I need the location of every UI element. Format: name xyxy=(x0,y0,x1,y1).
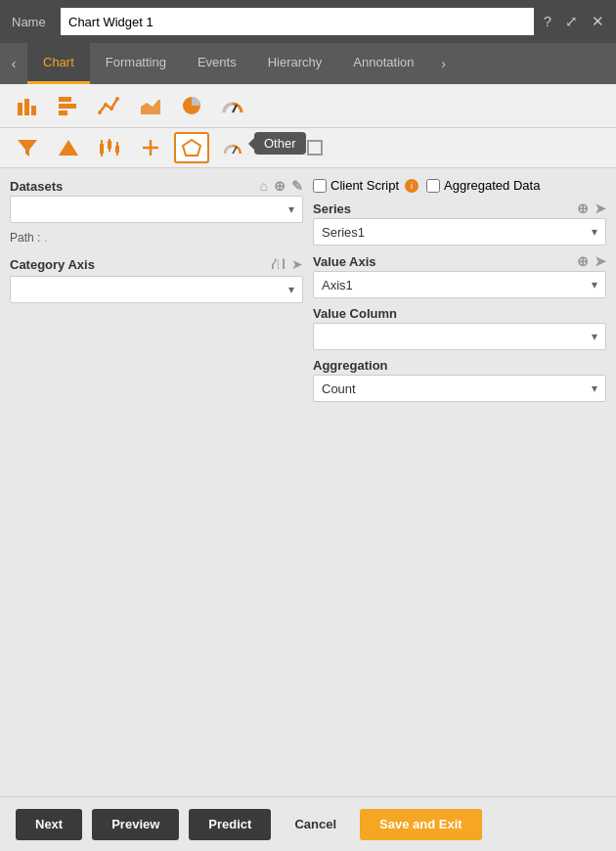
candlestick-icon[interactable] xyxy=(92,132,127,163)
svg-point-7 xyxy=(104,103,108,107)
aggregation-value: Count xyxy=(322,381,592,396)
help-icon[interactable]: ? xyxy=(544,13,551,30)
category-axis-select[interactable]: ▾ xyxy=(10,276,303,303)
value-axis-add-icon[interactable]: ⊕ xyxy=(577,253,589,269)
bar-chart-icon[interactable] xyxy=(10,90,45,121)
svg-rect-29 xyxy=(308,141,322,155)
name-input[interactable] xyxy=(61,8,534,35)
svg-line-27 xyxy=(233,147,237,154)
tab-formatting[interactable]: Formatting xyxy=(90,43,182,84)
aggregated-data-checkbox[interactable] xyxy=(426,179,440,193)
svg-marker-10 xyxy=(141,100,160,114)
value-axis-header: Value Axis ⊕ ➤ xyxy=(313,253,606,269)
client-script-checkbox-item: Client Script i xyxy=(313,178,418,193)
aggregation-chevron: ▾ xyxy=(592,381,597,395)
series-arrow-icon[interactable]: ➤ xyxy=(594,201,606,216)
tabs-bar: ‹ Chart Formatting Events Hierarchy Anno… xyxy=(0,43,616,84)
datasets-section: Datasets ⌂ ⊕ ✎ ▾ xyxy=(10,178,303,223)
client-script-row: Client Script i Aggregated Data xyxy=(313,178,606,193)
next-button[interactable]: Next xyxy=(16,809,82,840)
svg-rect-2 xyxy=(31,106,36,115)
series-add-icon[interactable]: ⊕ xyxy=(577,201,589,216)
header: Name ? ⤢ ✕ xyxy=(0,0,616,43)
value-axis-select[interactable]: Axis1 ▾ xyxy=(313,271,606,298)
pyramid-icon[interactable] xyxy=(51,132,86,163)
client-script-checkbox[interactable] xyxy=(313,179,327,193)
category-axis-section: Category Axis ⛙ ➤ ▾ xyxy=(10,256,303,303)
category-axis-label: Category Axis xyxy=(10,257,95,272)
datasets-add-icon[interactable]: ⊕ xyxy=(274,178,286,194)
value-column-select[interactable]: ▾ xyxy=(313,323,606,350)
svg-marker-13 xyxy=(18,140,37,157)
svg-rect-3 xyxy=(59,97,71,102)
svg-marker-26 xyxy=(183,140,200,156)
svg-line-12 xyxy=(233,105,237,112)
datasets-select[interactable]: ▾ xyxy=(10,196,303,223)
line-chart-icon[interactable] xyxy=(92,90,127,121)
preview-button[interactable]: Preview xyxy=(92,809,179,840)
category-axis-header: Category Axis ⛙ ➤ xyxy=(10,256,303,272)
pentagon-icon[interactable] xyxy=(174,132,209,163)
chart-type-toolbar xyxy=(0,84,616,128)
value-column-section: Value Column ▾ xyxy=(313,306,606,350)
svg-rect-5 xyxy=(59,111,67,115)
series-chevron: ▾ xyxy=(592,225,597,239)
value-column-chevron: ▾ xyxy=(592,330,597,343)
value-column-header: Value Column xyxy=(313,306,606,321)
tab-annotation[interactable]: Annotation xyxy=(337,43,429,84)
svg-marker-14 xyxy=(59,140,78,156)
svg-rect-1 xyxy=(24,99,29,115)
aggregated-data-checkbox-item: Aggregated Data xyxy=(426,178,540,193)
filter-icon[interactable] xyxy=(10,132,45,163)
tab-left-arrow[interactable]: ‹ xyxy=(0,43,27,84)
tab-hierarchy[interactable]: Hierarchy xyxy=(252,43,338,84)
series-select[interactable]: Series1 ▾ xyxy=(313,218,606,246)
value-axis-section: Value Axis ⊕ ➤ Axis1 ▾ xyxy=(313,253,606,298)
series-header: Series ⊕ ➤ xyxy=(313,201,606,216)
tooltip-other: Other xyxy=(254,132,306,155)
series-value: Series1 xyxy=(322,225,592,240)
datasets-edit-icon[interactable]: ✎ xyxy=(291,178,303,194)
aggregation-header: Aggregation xyxy=(313,358,606,373)
tab-right-arrow[interactable]: › xyxy=(429,43,457,84)
svg-rect-4 xyxy=(59,104,76,109)
header-icons: ? ⤢ ✕ xyxy=(544,13,604,30)
client-script-label: Client Script xyxy=(330,178,399,193)
close-icon[interactable]: ✕ xyxy=(592,13,604,30)
category-axis-chevron: ▾ xyxy=(288,283,294,296)
datasets-home-icon[interactable]: ⌂ xyxy=(260,178,268,194)
pie-chart-icon[interactable] xyxy=(174,90,209,121)
value-axis-value: Axis1 xyxy=(322,278,592,292)
cancel-button[interactable]: Cancel xyxy=(281,809,350,840)
datasets-header: Datasets ⌂ ⊕ ✎ xyxy=(10,178,303,194)
svg-point-6 xyxy=(98,111,102,114)
category-axis-network-icon[interactable]: ⛙ xyxy=(272,256,286,272)
left-panel: Datasets ⌂ ⊕ ✎ ▾ Path : . Category Axis … xyxy=(10,178,303,792)
predict-button[interactable]: Predict xyxy=(189,809,271,840)
scatter-icon[interactable] xyxy=(133,132,168,163)
series-section: Series ⊕ ➤ Series1 ▾ xyxy=(313,201,606,246)
dial-icon[interactable] xyxy=(215,132,250,163)
tab-chart[interactable]: Chart xyxy=(27,43,90,84)
aggregation-select[interactable]: Count ▾ xyxy=(313,375,606,402)
right-panel: Client Script i Aggregated Data Series ⊕… xyxy=(313,178,606,792)
move-icon[interactable]: ⤢ xyxy=(565,13,578,30)
gauge-icon[interactable] xyxy=(215,90,250,121)
save-exit-button[interactable]: Save and Exit xyxy=(360,809,482,840)
value-axis-arrow-icon[interactable]: ➤ xyxy=(594,253,606,269)
svg-rect-15 xyxy=(100,144,104,154)
name-label: Name xyxy=(12,15,51,29)
bar-chart-horizontal-icon[interactable] xyxy=(51,90,86,121)
tab-events[interactable]: Events xyxy=(182,43,252,84)
svg-rect-18 xyxy=(108,141,111,149)
area-chart-icon[interactable] xyxy=(133,90,168,121)
chart-subtype-toolbar: Other xyxy=(0,128,616,168)
footer: Next Preview Predict Cancel Save and Exi… xyxy=(0,796,616,851)
path-row: Path : . xyxy=(10,231,303,245)
aggregated-data-label: Aggregated Data xyxy=(444,178,540,193)
svg-rect-0 xyxy=(18,103,22,115)
main-content: Datasets ⌂ ⊕ ✎ ▾ Path : . Category Axis … xyxy=(0,168,616,802)
category-axis-arrow-icon[interactable]: ➤ xyxy=(291,256,303,272)
path-label: Path : xyxy=(10,231,40,245)
aggregation-section: Aggregation Count ▾ xyxy=(313,358,606,402)
